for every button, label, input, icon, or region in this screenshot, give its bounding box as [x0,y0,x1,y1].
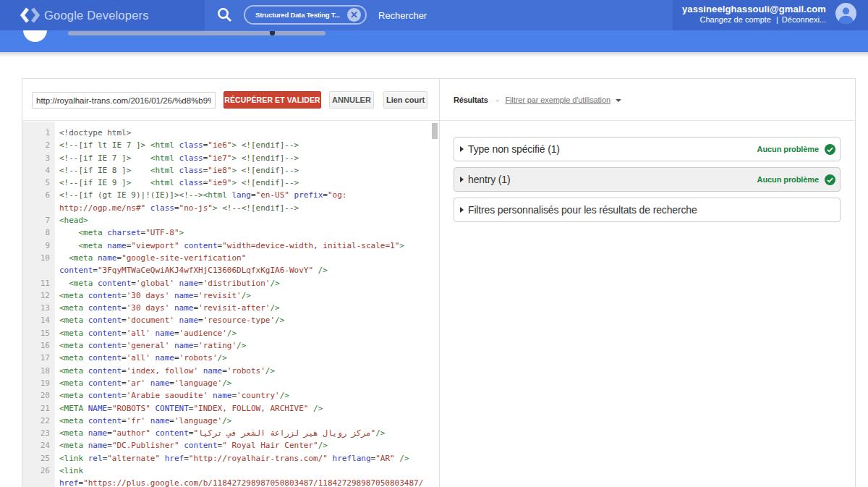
google-developers-logo-icon[interactable] [20,7,40,23]
code-token: content [88,341,122,350]
short-link-button[interactable]: Lien court [383,91,427,109]
code-token: name [174,291,194,300]
code-token: '30 days' [127,303,170,313]
chevron-down-icon[interactable] [616,99,621,102]
code-line-number: 20 [22,389,55,402]
code-token: content [184,441,217,450]
code-token: = [198,279,203,288]
filter-by-usage-link[interactable]: Filtrer par exemple d'utilisation [505,96,610,104]
code-token: 'Arabie saoudite' [127,391,208,400]
code-token: <html [150,140,179,150]
code-token: name [174,341,194,350]
code-token: <!--<![endif]--> [222,203,299,213]
result-row[interactable]: hentry (1)Aucun problème [454,167,841,192]
code-token: = [122,329,127,338]
code-token: 'country' [237,391,280,400]
code-line-number: 6 [22,189,55,201]
code-scrollbar-thumb[interactable] [432,123,438,139]
code-token: <link [59,466,83,475]
code-token: 'resource-type' [203,316,275,325]
code-token: class [179,178,203,187]
code-token: = [174,203,179,213]
fetch-validate-button[interactable]: RÉCUPÉRER ET VALIDER [224,91,321,109]
code-token: href [59,478,79,487]
code-token: = [122,353,127,363]
search-input[interactable]: Rechercher [378,10,427,21]
code-line-number [22,202,55,214]
code-token: /> [308,404,323,413]
chip-close-icon[interactable]: ✕ [347,8,361,22]
code-token: name [150,378,170,388]
code-token [198,366,203,376]
code-token: 'rating' [198,341,237,350]
code-token: "alternate" [107,454,160,463]
check-circle-icon [825,174,835,185]
code-row: 11 <meta content='global' name='distribu… [22,277,439,289]
code-token: <html [150,166,179,175]
code-token: <head> [59,216,88,225]
status-badge: Aucun problème [757,175,819,184]
expand-triangle-icon [460,177,464,182]
result-row[interactable]: Filtres personnalisés pour les résultats… [454,198,841,222]
code-token: CONTENT [155,404,188,413]
code-token: class [179,140,203,150]
code-line: <meta content='index, follow' name='robo… [59,365,432,377]
cancel-button[interactable]: ANNULER [329,91,374,109]
header-shadow [0,52,868,57]
code-line: <!--[if IE 7 ]> <html class="ie7"> <![en… [59,152,432,164]
code-token: /> [313,266,328,275]
switch-account-link[interactable]: Changez de compte [700,15,771,24]
result-row[interactable]: Type non spécifié (1)Aucun problème [454,137,841,161]
code-token: 'general' [127,341,170,350]
code-token: > [231,178,241,187]
code-token: name [174,303,194,313]
code-line: <!--[if (gt IE 9)|!(IE)]><!--><html lang… [59,189,432,201]
code-token: charset [107,228,140,237]
code-line-number: 1 [22,127,55,139]
signout-link[interactable]: Déconnexi... [782,15,826,24]
code-token: = [169,378,174,388]
code-token: " Royal Hair Center" [222,441,318,450]
code-line-number: 3 [22,152,55,164]
code-token: "DC.Publisher" [112,441,179,450]
code-line-number: 13 [22,302,55,314]
code-line-number: 15 [22,327,55,339]
avatar[interactable] [835,3,856,24]
url-input[interactable] [32,92,216,109]
code-token: 'language' [174,416,222,425]
search-chip-label: Structured Data Testing T... [255,11,347,19]
code-token: name [88,441,108,450]
code-line-number: 4 [22,164,55,177]
code-token: <!--[if lt IE 7 ]> [59,140,150,150]
code-token: <![endif]--> [242,153,299,163]
code-token: /> [270,279,279,288]
code-line: <meta content='document' name='resource-… [59,314,432,326]
code-token: <meta [59,291,88,300]
code-row: 7<head> [22,214,439,226]
code-token: 'robots' [179,353,218,363]
code-token: = [122,341,127,350]
code-row: 26<link [22,465,439,477]
code-token: <html [203,190,232,200]
code-row: 3<!--[if IE 7 ]> <html class="ie7"> <![e… [22,152,439,164]
code-token: "og: [328,190,347,200]
search-query-chip[interactable]: Structured Data Testing T... ✕ [244,5,367,25]
code-token [174,279,179,288]
code-line: <!--[if IE 8 ]> <html class="ie8"> <![en… [59,164,432,177]
code-row: 22<meta content='fr' name='language'/> [22,415,439,427]
results-list: Type non spécifié (1)Aucun problèmehentr… [454,137,841,228]
code-row: 21<META NAME="ROBOTS" CONTENT="INDEX, FO… [22,402,439,415]
code-token: "ie8" [208,166,231,175]
code-token [59,228,79,237]
code-token: = [107,441,112,450]
code-token: /> [395,454,409,463]
code-line: <meta name="google-site-verification" [59,252,432,264]
code-token: "UTF-8" [145,228,179,237]
code-token: = [122,391,127,400]
search-icon[interactable] [216,7,233,23]
code-token: /> [218,353,227,363]
google-developers-wordmark[interactable]: Google Developers [44,9,149,22]
code-token: <html [150,178,179,187]
code-token: content [88,366,122,376]
code-editor[interactable]: 1<!doctype html>2<!--[if lt IE 7 ]> <htm… [22,122,439,487]
